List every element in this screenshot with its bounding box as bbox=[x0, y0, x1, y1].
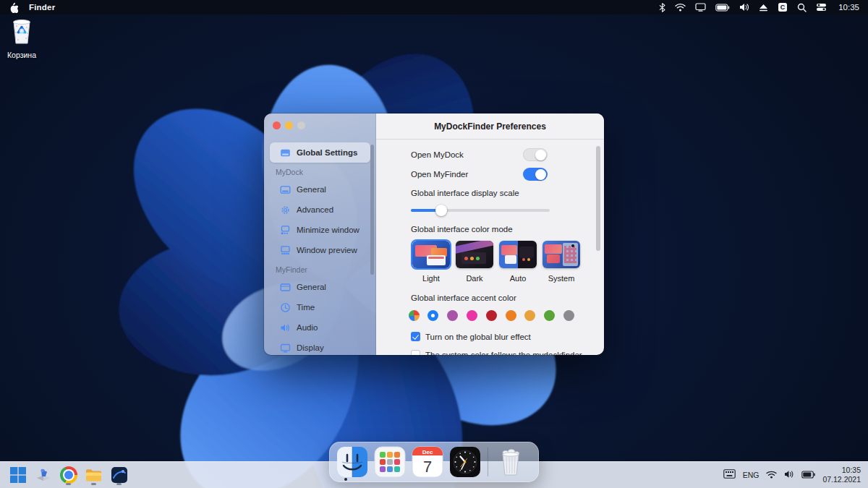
light-mode-thumbnail[interactable] bbox=[412, 241, 450, 268]
window-title: MyDockFinder Preferences bbox=[434, 121, 546, 132]
menubar-app-name[interactable]: Finder bbox=[29, 3, 55, 12]
minimize-button[interactable] bbox=[285, 121, 293, 129]
accent-swatch-#8a8a8f[interactable] bbox=[563, 310, 574, 321]
accent-swatch-#1e7ef7[interactable] bbox=[427, 310, 438, 321]
system-color-checkbox[interactable] bbox=[411, 350, 420, 355]
window2-icon bbox=[280, 282, 291, 293]
color-mode-label: Global interface color mode bbox=[411, 225, 513, 234]
color-mode-auto[interactable]: Auto bbox=[498, 241, 538, 283]
clock-icon bbox=[280, 302, 291, 313]
accent-color-row bbox=[376, 310, 604, 322]
sidebar-item-advanced[interactable]: Advanced bbox=[270, 200, 370, 220]
dock-clock-icon[interactable] bbox=[449, 446, 481, 478]
dock: Dec 7 bbox=[329, 442, 539, 482]
language-indicator[interactable]: ENG bbox=[743, 471, 760, 479]
tray-volume-icon[interactable] bbox=[784, 468, 794, 481]
window-titlebar: MyDockFinder Preferences bbox=[376, 114, 604, 140]
taskbar-apps bbox=[0, 466, 128, 485]
open-mydock-toggle[interactable] bbox=[523, 148, 548, 161]
dock-settings-icon bbox=[280, 147, 291, 158]
sidebar-item-general[interactable]: General bbox=[270, 277, 370, 297]
sidebar-scrollbar[interactable] bbox=[370, 145, 374, 275]
color-mode-system[interactable]: System bbox=[541, 241, 582, 283]
gear-icon bbox=[280, 205, 291, 215]
dock-finder-icon[interactable] bbox=[336, 446, 368, 478]
accent-swatch-#a855a8[interactable] bbox=[447, 310, 458, 321]
blur-effect-label: Turn on the global blur effect bbox=[425, 333, 531, 341]
file-explorer-icon[interactable] bbox=[85, 466, 103, 485]
running-indicator bbox=[66, 483, 71, 485]
accent-swatch-rainbow[interactable] bbox=[409, 310, 420, 321]
wifi-icon[interactable] bbox=[675, 3, 686, 12]
sidebar-item-window-preview[interactable]: Window preview bbox=[270, 240, 370, 260]
tray-battery-icon[interactable] bbox=[801, 468, 815, 481]
dark-mode-thumbnail[interactable] bbox=[456, 241, 493, 268]
auto-mode-thumbnail[interactable] bbox=[499, 241, 537, 268]
color-mode-options: LightDarkAutoSystem bbox=[411, 241, 582, 283]
sidebar-item-minimize-window[interactable]: Minimize window bbox=[270, 220, 370, 240]
display-icon bbox=[280, 343, 291, 354]
search-icon[interactable] bbox=[797, 3, 807, 12]
sidebar-item-audio[interactable]: Audio bbox=[270, 317, 370, 338]
sidebar-item-label: Audio bbox=[297, 323, 318, 332]
settings-panel: Open MyDock Open MyFinder Global interfa… bbox=[376, 140, 604, 355]
sidebar-item-display[interactable]: Display bbox=[270, 338, 370, 355]
start-button[interactable] bbox=[9, 466, 27, 485]
accent-swatch-#ec7f1f[interactable] bbox=[506, 310, 516, 321]
zoom-button[interactable] bbox=[297, 121, 305, 129]
dock-calendar-icon[interactable]: Dec 7 bbox=[412, 446, 443, 478]
color-mode-label-dark: Dark bbox=[466, 274, 482, 283]
dock-trash-icon[interactable] bbox=[495, 446, 527, 478]
toggle-knob bbox=[535, 169, 546, 180]
preferences-window: Global SettingsMyDockGeneralAdvancedMini… bbox=[264, 114, 604, 355]
calendar-day: 7 bbox=[423, 458, 432, 476]
control-center-icon[interactable] bbox=[816, 3, 827, 12]
tray-wifi-icon[interactable] bbox=[766, 468, 777, 481]
sidebar-section-header: MyDock bbox=[264, 163, 376, 179]
audio-icon bbox=[280, 322, 291, 333]
accent-swatch-#ea34a3[interactable] bbox=[467, 310, 477, 321]
taskbar-3d-app-icon[interactable] bbox=[34, 466, 52, 485]
sidebar-item-global-settings[interactable]: Global Settings bbox=[270, 142, 370, 163]
sidebar-item-label: MyDock bbox=[276, 168, 303, 176]
bluetooth-icon[interactable] bbox=[659, 3, 665, 12]
clipboard-app-icon[interactable]: C bbox=[778, 2, 788, 12]
menu-bar: Finder C bbox=[0, 0, 868, 14]
battery-icon[interactable] bbox=[715, 4, 730, 12]
display-scale-slider[interactable] bbox=[411, 209, 550, 212]
taskbar-clock[interactable]: 10:35 07.12.2021 bbox=[822, 466, 861, 484]
menubar-clock[interactable]: 10:35 bbox=[838, 3, 859, 12]
color-mode-light[interactable]: Light bbox=[411, 241, 451, 283]
system-mode-thumbnail[interactable] bbox=[542, 241, 580, 268]
open-myfinder-toggle[interactable] bbox=[523, 168, 548, 181]
eject-icon[interactable] bbox=[759, 4, 768, 12]
accent-swatch-#5aa336[interactable] bbox=[544, 310, 555, 321]
color-mode-label-auto: Auto bbox=[510, 274, 527, 283]
taskbar-tray: ENG 10:35 07.12.2021 bbox=[723, 466, 868, 484]
window-icon bbox=[280, 184, 291, 195]
desktop-trash-icon[interactable]: Корзина bbox=[4, 19, 39, 59]
slider-thumb[interactable] bbox=[435, 205, 447, 216]
blur-effect-checkbox[interactable] bbox=[411, 332, 420, 341]
system-color-row: The system color follows the mydockfinde… bbox=[411, 350, 582, 355]
sidebar-item-general[interactable]: General bbox=[270, 179, 370, 200]
chrome-icon[interactable] bbox=[59, 466, 77, 485]
system-color-label: The system color follows the mydockfinde… bbox=[425, 351, 582, 356]
mydockfinder-app-icon[interactable] bbox=[110, 466, 128, 485]
display-icon[interactable] bbox=[695, 3, 706, 12]
dock-launchpad-icon[interactable] bbox=[374, 446, 406, 478]
sidebar-list: Global SettingsMyDockGeneralAdvancedMini… bbox=[264, 142, 376, 355]
sidebar-item-label: Time bbox=[297, 303, 315, 312]
sidebar-item-time[interactable]: Time bbox=[270, 297, 370, 317]
volume-icon[interactable] bbox=[739, 3, 749, 12]
content-scrollbar[interactable] bbox=[596, 146, 600, 251]
accent-swatch-#e8a23b[interactable] bbox=[524, 310, 535, 321]
close-button[interactable] bbox=[273, 121, 281, 129]
apple-menu-icon[interactable] bbox=[9, 2, 18, 13]
accent-swatch-#b8202c[interactable] bbox=[486, 310, 497, 321]
touch-keyboard-icon[interactable] bbox=[723, 468, 736, 481]
color-mode-dark[interactable]: Dark bbox=[454, 241, 495, 283]
sidebar-item-label: Window preview bbox=[297, 246, 357, 254]
sidebar-section-header: MyFinder bbox=[264, 260, 376, 277]
desktop: Finder C bbox=[0, 0, 868, 488]
